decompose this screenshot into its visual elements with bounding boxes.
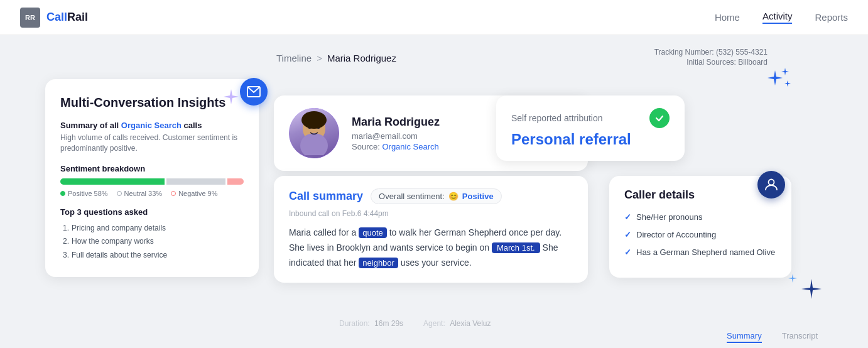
check-icon-2: ✓: [624, 229, 631, 241]
bar-positive: [60, 178, 165, 185]
breadcrumb: Timeline > Maria Rodriguez: [276, 53, 396, 63]
breadcrumb-parent[interactable]: Timeline: [276, 53, 312, 63]
nav-brand: CallRail: [46, 11, 88, 24]
sentiment-bars: [60, 178, 244, 185]
highlight-date: March 1st.: [492, 242, 540, 253]
tab-summary[interactable]: Summary: [727, 331, 762, 343]
sentiment-label: Sentiment breakdown: [60, 164, 244, 173]
caller-title: Caller details: [624, 188, 776, 202]
person-fab-button[interactable]: [757, 171, 785, 198]
bar-neutral: [166, 178, 225, 185]
stat-duration: Duration: 16m 29s: [339, 319, 403, 328]
sparkle-top-right: [742, 68, 793, 112]
nav-link-activity[interactable]: Activity: [762, 11, 793, 24]
call-summary-card: Call summary Overall sentiment: 😊 Positi…: [274, 176, 588, 283]
breadcrumb-sep: >: [317, 53, 322, 63]
sentiment-legend: Positive 58% Neutral 33% Negative 9%: [60, 190, 244, 197]
call-summary-title: Call summary: [289, 190, 363, 203]
sentiment-badge: Overall sentiment: 😊 Positive: [371, 188, 502, 204]
nav-link-reports[interactable]: Reports: [815, 12, 848, 23]
caller-detail-1: ✓ She/Her pronouns: [624, 212, 776, 223]
svg-marker-2: [784, 80, 791, 87]
legend-negative: Negative 9%: [171, 190, 217, 197]
stat-agent: Agent: Alexia Veluz: [423, 319, 491, 328]
svg-marker-0: [768, 70, 783, 85]
highlight-neighbor: neighbor: [359, 258, 398, 268]
check-icon-3: ✓: [624, 247, 631, 258]
svg-marker-5: [224, 89, 239, 104]
logo-area: RR CallRail: [20, 8, 88, 28]
nav-avatar: RR: [20, 8, 40, 28]
profile-avatar: [289, 108, 339, 158]
insights-description: High volume of calls received. Customer …: [60, 133, 244, 154]
nav-link-home[interactable]: Home: [715, 12, 740, 23]
caller-detail-3: ✓ Has a German Shepherd named Olive: [624, 247, 776, 258]
email-icon: [247, 86, 261, 97]
call-body: Maria called for a quote to walk her Ger…: [289, 226, 573, 270]
legend-neutral: Neutral 33%: [117, 190, 163, 197]
svg-point-9: [300, 133, 328, 155]
bottom-tabs: Summary Transcript: [727, 331, 818, 343]
bar-negative: [227, 178, 244, 185]
email-fab-button[interactable]: [240, 78, 268, 106]
person-icon: [764, 178, 778, 192]
legend-dot-neutral: [117, 191, 122, 196]
legend-positive: Positive 58%: [60, 190, 108, 197]
tab-transcript[interactable]: Transcript: [782, 331, 818, 343]
svg-point-12: [301, 111, 327, 129]
avatar-face: [295, 111, 333, 155]
sentiment-badge-label: Overall sentiment:: [379, 192, 445, 201]
svg-marker-1: [781, 68, 789, 75]
tracking-source: Initial Sources: Billboard: [654, 58, 768, 67]
legend-dot-negative: [171, 191, 176, 196]
question-3: 3.Full details about the service: [63, 249, 244, 263]
call-summary-header: Call summary Overall sentiment: 😊 Positi…: [289, 188, 573, 204]
question-2: 2.How the company works: [63, 235, 244, 249]
nav-links: Home Activity Reports: [715, 11, 848, 24]
questions-title: Top 3 questions asked: [60, 207, 244, 217]
call-date: on Feb.6 4:44pm: [332, 209, 389, 218]
call-meta: Inbound call on Feb.6 4:44pm: [289, 209, 573, 218]
check-icon: [654, 113, 665, 123]
tracking-number: Tracking Number: (532) 555-4321: [654, 48, 768, 57]
legend-dot-positive: [60, 191, 65, 196]
attribution-value: Personal referral: [511, 131, 670, 148]
attribution-card: Self reported attribution Personal refer…: [496, 95, 685, 161]
caller-detail-2: ✓ Director of Accounting: [624, 229, 776, 241]
attribution-label: Self reported attribution: [511, 108, 670, 128]
attribution-check: [649, 108, 670, 128]
sentiment-emoji: 😊: [448, 192, 458, 201]
sentiment-badge-value: Positive: [462, 192, 494, 201]
svg-marker-4: [788, 274, 797, 283]
call-type: Inbound call: [289, 209, 330, 218]
questions-list: 1.Pricing and company details 2.How the …: [60, 222, 244, 263]
navbar: RR CallRail Home Activity Reports: [0, 0, 868, 35]
question-1: 1.Pricing and company details: [63, 222, 244, 236]
bottom-stats: Duration: 16m 29s Agent: Alexia Veluz: [339, 319, 491, 328]
profile-source-link[interactable]: Organic Search: [382, 142, 438, 151]
insights-card: Multi-Conversation Insights Summary of a…: [45, 79, 259, 277]
svg-point-13: [769, 180, 774, 185]
highlight-quote: quote: [359, 227, 387, 238]
breadcrumb-current: Maria Rodriguez: [327, 53, 396, 63]
check-icon-1: ✓: [624, 212, 631, 223]
insights-summary-label: Summary of all Organic Search calls: [60, 121, 244, 130]
tracking-info: Tracking Number: (532) 555-4321 Initial …: [654, 48, 768, 68]
main-area: Timeline > Maria Rodriguez Tracking Numb…: [0, 35, 868, 348]
